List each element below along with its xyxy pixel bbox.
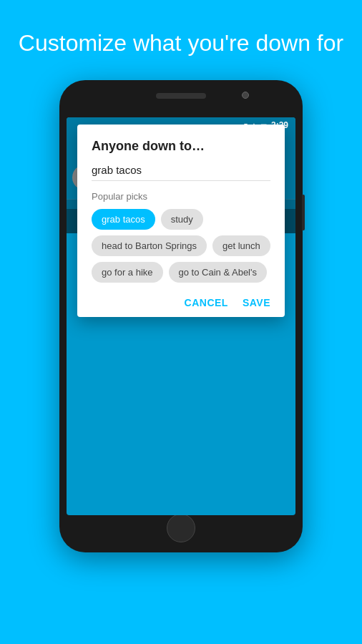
popular-picks-label: Popular picks xyxy=(92,191,270,202)
chip-grab-tacos[interactable]: grab tacos xyxy=(92,209,155,230)
chips-container: grab tacos study head to Barton Springs … xyxy=(92,209,270,283)
chip-get-lunch[interactable]: get lunch xyxy=(212,235,270,256)
chip-study[interactable]: study xyxy=(161,209,203,230)
dialog-actions: CANCEL SAVE xyxy=(92,294,270,308)
phone-side-button xyxy=(302,195,305,230)
phone-speaker xyxy=(156,93,206,99)
dialog-overlay: Anyone down to… Popular picks grab tacos… xyxy=(67,209,295,233)
cancel-button[interactable]: CANCEL xyxy=(185,297,228,308)
save-button[interactable]: SAVE xyxy=(243,297,270,308)
phone-camera xyxy=(242,92,249,99)
phone-screen: ▾ ▲ ▭ 3:29 👤+ ⋮ Dow xyxy=(67,117,295,515)
phone-mockup: ▾ ▲ ▭ 3:29 👤+ ⋮ Dow xyxy=(59,80,303,552)
chip-go-to-cain-abel[interactable]: go to Cain & Abel's xyxy=(169,262,267,283)
chip-go-for-a-hike[interactable]: go for a hike xyxy=(92,262,163,283)
dialog-title: Anyone down to… xyxy=(92,139,270,154)
headline: Customize what you're down for xyxy=(4,29,358,59)
bg-content: Dow 👤 Jerry Esteban 👥 💬 Anyone dow xyxy=(67,209,295,233)
phone-body: ▾ ▲ ▭ 3:29 👤+ ⋮ Dow xyxy=(59,80,303,552)
phone-home-button[interactable] xyxy=(167,514,195,542)
dialog: Anyone down to… Popular picks grab tacos… xyxy=(77,125,285,317)
chip-head-to-barton-springs[interactable]: head to Barton Springs xyxy=(92,235,207,256)
activity-input[interactable] xyxy=(92,164,270,181)
